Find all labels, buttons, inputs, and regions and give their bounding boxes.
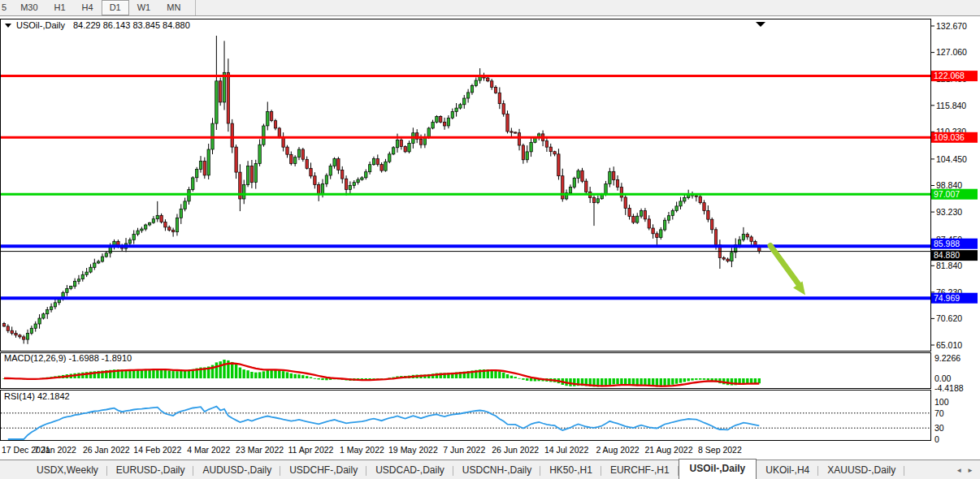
symbol-tab-bar: USDX,Weekly EURUSD-,Daily AUDUSD-,Daily … (0, 460, 980, 479)
rsi-axis-label: 0 (934, 434, 939, 444)
main-panel-frame (1, 19, 931, 352)
date-tick-label: 19 May 2022 (388, 445, 438, 455)
tab-usdcad-daily[interactable]: USDCAD-,Daily (366, 461, 453, 479)
timeframe-m30-button[interactable]: M30 (12, 0, 46, 15)
price-tick-label: 132.670 (936, 21, 967, 31)
price-tick-label: 104.450 (936, 154, 967, 164)
timeframe-w1-button[interactable]: W1 (129, 0, 159, 15)
tab-ukoil-h4[interactable]: UKOil-,H4 (757, 461, 818, 479)
price-tick-label: 115.840 (936, 101, 966, 110)
tab-scroll-left-icon[interactable]: ◄ (956, 467, 962, 474)
date-tick-label: 1 May 2022 (340, 445, 384, 455)
price-tag-label: 109.036 (934, 132, 965, 142)
tab-hk50-h1[interactable]: HK50-,H1 (540, 461, 601, 479)
macd-axis-label: 9.2266 (934, 353, 960, 363)
trading-terminal-window: 5 M30 H1 H4 D1 W1 MN 132.670127.060121.4… (0, 0, 980, 479)
tab-scroll-controls: ◄ ► (956, 467, 980, 474)
tab-usdcnh-daily[interactable]: USDCNH-,Daily (453, 461, 540, 479)
rsi-axis-label: 100 (934, 397, 949, 407)
chart-title-symbol: USOil-,Daily (16, 20, 65, 30)
timeframe-d1-button[interactable]: D1 (102, 0, 129, 15)
timeframe-m5-button[interactable]: 5 (0, 0, 12, 15)
timeframe-h4-button[interactable]: H4 (74, 0, 102, 15)
date-tick-label: 23 Mar 2022 (236, 445, 284, 455)
price-chart[interactable]: 132.670127.060121.450115.840110.230104.4… (0, 16, 980, 460)
tab-usdx-weekly[interactable]: USDX,Weekly (28, 461, 107, 479)
date-tick-label: 2 Aug 2022 (596, 445, 639, 455)
date-tick-label: 14 Jul 2022 (544, 445, 588, 455)
chart-title-ohlc: 84.229 86.143 83.845 84.880 (73, 20, 190, 30)
tab-scroll-right-icon[interactable]: ► (967, 467, 973, 474)
date-tick-label: 26 Jan 2022 (83, 445, 130, 455)
timeframe-mn-button[interactable]: MN (158, 0, 189, 15)
chart-area: 132.670127.060121.450115.840110.230104.4… (0, 16, 980, 460)
price-tick-label: 81.840 (936, 261, 962, 270)
macd-axis-label: -4.4188 (934, 383, 964, 393)
date-tick-label: 7 Jan 2022 (34, 445, 76, 455)
tab-usoil-daily[interactable]: USOil-,Daily (679, 459, 757, 479)
tab-eurchf-h1[interactable]: EURCHF-,H1 (601, 461, 679, 479)
date-tick-label: 8 Sep 2022 (698, 445, 742, 455)
macd-axis-label: 0.00 (934, 373, 952, 383)
macd-label: MACD(12,26,9) -1.6988 -1.8910 (4, 353, 132, 363)
tab-audusd-daily[interactable]: AUDUSD-,Daily (193, 461, 280, 479)
price-tag-label: 97.007 (934, 189, 960, 199)
date-tick-label: 26 Jun 2022 (492, 445, 539, 455)
date-tick-label: 21 Aug 2022 (645, 445, 693, 455)
tab-usdchf-daily[interactable]: USDCHF-,Daily (280, 461, 366, 479)
price-tag-label: 85.988 (934, 239, 960, 248)
tab-xauusd-daily[interactable]: XAUUSD-,Daily (818, 461, 904, 479)
date-tick-label: 4 Mar 2022 (187, 445, 230, 455)
price-tag-label: 74.969 (934, 293, 960, 303)
price-tag-label: 84.880 (934, 250, 960, 260)
rsi-panel-frame (1, 391, 931, 441)
timeframe-h1-button[interactable]: H1 (46, 0, 74, 15)
date-tick-label: 11 Apr 2022 (288, 445, 334, 455)
rsi-axis-label: 30 (934, 423, 944, 433)
rsi-label: RSI(14) 42.1842 (4, 391, 70, 401)
tab-eurusd-daily[interactable]: EURUSD-,Daily (107, 461, 194, 479)
toolbar-separator (195, 0, 196, 15)
date-tick-label: 7 Jun 2022 (443, 445, 485, 455)
price-tick-label: 127.060 (936, 47, 967, 57)
price-tick-label: 65.010 (936, 340, 962, 350)
price-tag-label: 122.068 (934, 71, 965, 80)
rsi-axis-label: 70 (934, 408, 944, 418)
price-tick-label: 93.230 (936, 207, 962, 217)
date-tick-label: 14 Feb 2022 (133, 445, 181, 455)
timeframe-toolbar: 5 M30 H1 H4 D1 W1 MN (0, 0, 980, 16)
price-tick-label: 70.620 (936, 313, 962, 323)
